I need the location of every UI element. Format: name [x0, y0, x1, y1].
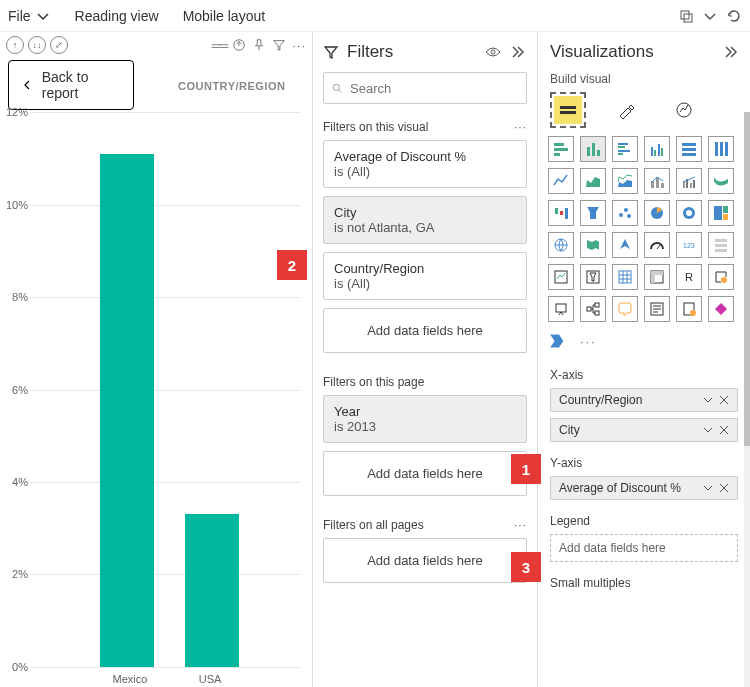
- svg-rect-11: [587, 147, 590, 156]
- bar-mexico[interactable]: [100, 154, 154, 667]
- close-icon[interactable]: [719, 425, 729, 435]
- field-pill-discount[interactable]: Average of Discount %: [550, 476, 738, 500]
- filter-search[interactable]: [323, 72, 527, 104]
- svg-rect-52: [555, 271, 567, 283]
- drill-up-icon[interactable]: ↑: [6, 36, 24, 54]
- more-icon[interactable]: ···: [292, 38, 306, 53]
- mobile-layout-button[interactable]: Mobile layout: [183, 8, 266, 24]
- viz-clustered-column-icon[interactable]: [644, 136, 670, 162]
- svg-rect-36: [560, 211, 563, 215]
- legend-dropzone[interactable]: Add data fields here: [550, 534, 738, 562]
- viz-power-apps-icon[interactable]: [708, 296, 734, 322]
- close-icon[interactable]: [719, 483, 729, 493]
- viz-treemap-icon[interactable]: [708, 200, 734, 226]
- filter-card-city[interactable]: City is not Atlanta, GA: [323, 196, 527, 244]
- bar-chart[interactable]: 12% 10% 8% 6% 4% 2% 0% Mexico USA: [0, 112, 308, 687]
- filter-card-country[interactable]: Country/Region is (All): [323, 252, 527, 300]
- copy-icon[interactable]: [678, 8, 694, 24]
- field-pill-country[interactable]: Country/Region: [550, 388, 738, 412]
- search-input[interactable]: [350, 81, 518, 96]
- svg-rect-17: [618, 153, 623, 155]
- viz-key-influencers-icon[interactable]: [548, 296, 574, 322]
- svg-rect-46: [723, 214, 728, 220]
- scrollbar[interactable]: [744, 112, 750, 687]
- report-canvas[interactable]: ↑ ↓↓ ⤢ ══ ··· Back to report COUNTRY/REG…: [0, 32, 313, 687]
- scroll-thumb[interactable]: [744, 112, 750, 446]
- viz-100-stacked-bar-icon[interactable]: [676, 136, 702, 162]
- file-menu[interactable]: File: [8, 8, 51, 24]
- more-icon[interactable]: ···: [514, 518, 527, 532]
- more-icon[interactable]: ···: [514, 120, 527, 134]
- viz-gauge-icon[interactable]: [644, 232, 670, 258]
- viz-py-visual-icon[interactable]: [708, 264, 734, 290]
- expand-icon[interactable]: ⤢: [50, 36, 68, 54]
- field-pill-city[interactable]: City: [550, 418, 738, 442]
- all-filter-dropzone[interactable]: Add data fields here: [323, 538, 527, 583]
- viz-pie-icon[interactable]: [644, 200, 670, 226]
- drill-down-icon[interactable]: ↓↓: [28, 36, 46, 54]
- viz-stacked-bar-icon[interactable]: [548, 136, 574, 162]
- viz-qa-icon[interactable]: [612, 296, 638, 322]
- svg-rect-9: [554, 148, 568, 151]
- collapse-icon[interactable]: [722, 44, 738, 60]
- collapse-icon[interactable]: [509, 44, 525, 60]
- viz-line-icon[interactable]: [548, 168, 574, 194]
- page-filter-dropzone[interactable]: Add data fields here: [323, 451, 527, 496]
- viz-map-icon[interactable]: [548, 232, 574, 258]
- back-to-report-button[interactable]: Back to report: [8, 60, 134, 110]
- refresh-icon[interactable]: [726, 8, 742, 24]
- field-label: Average of Discount %: [559, 481, 681, 495]
- pin-icon[interactable]: [252, 38, 266, 52]
- viz-matrix-icon[interactable]: [644, 264, 670, 290]
- filter-card-year[interactable]: Year is 2013: [323, 395, 527, 443]
- close-icon[interactable]: [719, 395, 729, 405]
- power-automate-icon[interactable]: [548, 330, 570, 352]
- viz-paginated-report-icon[interactable]: [676, 296, 702, 322]
- top-ribbon: File Reading view Mobile layout: [0, 0, 750, 32]
- viz-azure-map-icon[interactable]: [612, 232, 638, 258]
- viz-line-stacked-column-icon[interactable]: [644, 168, 670, 194]
- viz-100-stacked-column-icon[interactable]: [708, 136, 734, 162]
- viz-area-icon[interactable]: [580, 168, 606, 194]
- viz-donut-icon[interactable]: [676, 200, 702, 226]
- filter-icon[interactable]: [272, 38, 286, 52]
- more-icon[interactable]: ···: [580, 334, 597, 349]
- viz-scatter-icon[interactable]: [612, 200, 638, 226]
- filter-name: Average of Discount %: [334, 149, 516, 164]
- format-visual-tab[interactable]: [612, 96, 640, 124]
- section-label: Filters on all pages: [323, 518, 424, 532]
- chevron-down-icon[interactable]: [702, 8, 718, 24]
- viz-waterfall-icon[interactable]: [548, 200, 574, 226]
- bar-usa[interactable]: [185, 514, 239, 667]
- chevron-down-icon[interactable]: [703, 483, 713, 493]
- grip-icon[interactable]: ══: [212, 38, 226, 53]
- viz-clustered-bar-icon[interactable]: [612, 136, 638, 162]
- viz-smart-narrative-icon[interactable]: [644, 296, 670, 322]
- viz-slicer-icon[interactable]: [580, 264, 606, 290]
- viz-stacked-area-icon[interactable]: [612, 168, 638, 194]
- svg-point-7: [677, 103, 691, 117]
- export-icon[interactable]: [232, 38, 246, 52]
- viz-line-clustered-column-icon[interactable]: [676, 168, 702, 194]
- visual-filter-dropzone[interactable]: Add data fields here: [323, 308, 527, 353]
- reading-view-button[interactable]: Reading view: [75, 8, 159, 24]
- filter-card-discount[interactable]: Average of Discount % is (All): [323, 140, 527, 188]
- viz-stacked-column-icon[interactable]: [580, 136, 606, 162]
- viz-card-icon[interactable]: 123: [676, 232, 702, 258]
- viz-table-icon[interactable]: [612, 264, 638, 290]
- viz-ribbon-icon[interactable]: [708, 168, 734, 194]
- build-visual-tab[interactable]: [554, 96, 582, 124]
- viz-funnel-icon[interactable]: [580, 200, 606, 226]
- chevron-down-icon[interactable]: [703, 395, 713, 405]
- reading-view-label: Reading view: [75, 8, 159, 24]
- chevron-down-icon: [35, 8, 51, 24]
- viz-decomposition-tree-icon[interactable]: [580, 296, 606, 322]
- viz-multi-row-card-icon[interactable]: [708, 232, 734, 258]
- eye-icon[interactable]: [485, 44, 501, 60]
- chevron-down-icon[interactable]: [703, 425, 713, 435]
- svg-rect-49: [715, 239, 727, 242]
- analytics-tab[interactable]: [670, 96, 698, 124]
- viz-r-visual-icon[interactable]: R: [676, 264, 702, 290]
- viz-kpi-icon[interactable]: [548, 264, 574, 290]
- viz-filled-map-icon[interactable]: [580, 232, 606, 258]
